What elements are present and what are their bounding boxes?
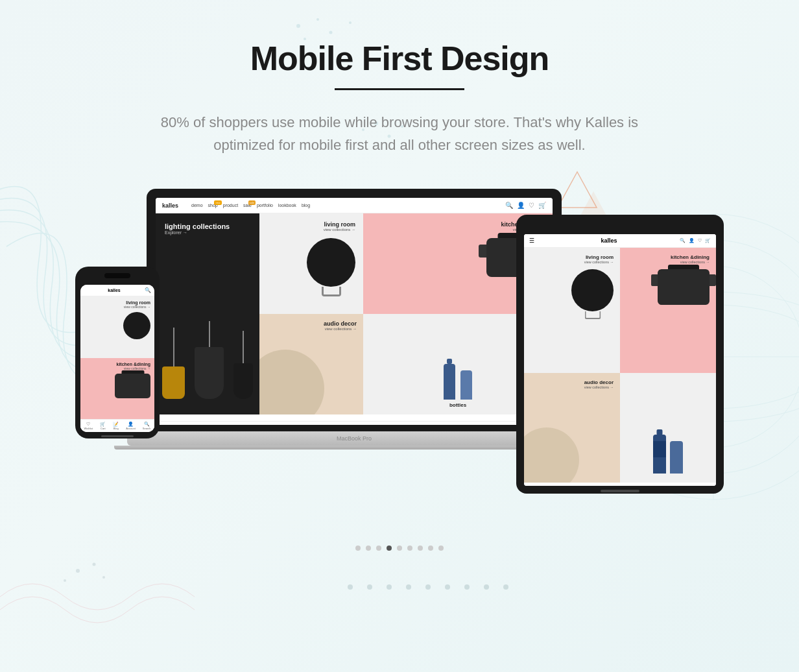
tablet-nav-icons: 🔍 👤 ♡ 🛒 xyxy=(680,238,711,243)
tablet-kitchen-sub: view collections → xyxy=(680,260,710,264)
svg-point-21 xyxy=(445,584,450,590)
laptop-nav-links: demo shop new product sale sale portfoli… xyxy=(191,203,505,208)
tablet-pot xyxy=(658,269,710,305)
laptop-screen-outer: kalles demo shop new product sale sale p… xyxy=(147,189,562,431)
dot-8 xyxy=(428,546,433,551)
phone-logo: kalles xyxy=(84,288,145,293)
bottles-products xyxy=(444,364,472,400)
phone-nav-cart: 🛒 Cart xyxy=(100,422,106,430)
living-room-label: living room xyxy=(324,221,355,228)
lighting-sub: Explorer → xyxy=(165,230,250,235)
tablet-bottle-2 xyxy=(670,441,683,474)
phone-screen: kalles 🔍 living room view collections → xyxy=(80,285,154,432)
phone-nav-wishlist: ♡ Wishlist xyxy=(84,422,93,430)
bottle-1 xyxy=(444,364,455,400)
tablet-home-bar xyxy=(601,490,639,492)
laptop-base xyxy=(127,431,581,446)
svg-point-16 xyxy=(348,584,353,590)
lamp-1 xyxy=(162,328,185,399)
dot-7 xyxy=(418,546,423,551)
phone-living-label: living room xyxy=(126,300,150,305)
pagination-dots xyxy=(355,546,444,551)
tablet-speaker xyxy=(571,269,614,311)
tablet-audio-sub: view collections → xyxy=(584,385,614,389)
svg-point-23 xyxy=(484,584,489,590)
dot-4-active xyxy=(387,546,392,551)
phone-living-sub: view collections → xyxy=(124,305,150,309)
lamp-2 xyxy=(195,321,224,399)
nav-link-sale: sale sale xyxy=(243,203,252,208)
svg-point-17 xyxy=(367,584,372,590)
tablet-screen: ☰ kalles 🔍 👤 ♡ 🛒 xyxy=(524,234,716,486)
nav-link-shop: shop new xyxy=(208,203,218,208)
tablet-audio-label: audio decor xyxy=(584,379,614,385)
living-room-sub: view collections → xyxy=(324,228,355,232)
laptop-device: kalles demo shop new product sale sale p… xyxy=(147,189,562,450)
page-subtitle: 80% of shoppers use mobile while browsin… xyxy=(147,111,652,156)
nav-link-portfolio: portfolio xyxy=(257,203,273,208)
phone-device: kalles 🔍 living room view collections → xyxy=(75,267,160,438)
nav-link-lookbook: lookbook xyxy=(278,203,296,208)
tablet-kitchen-cell: kitchen &dining view collections → xyxy=(620,248,716,373)
tablet-hamburger-icon: ☰ xyxy=(529,237,534,244)
nav-link-blog: blog xyxy=(302,203,310,208)
phone-living-cell: living room view collections → xyxy=(80,296,154,358)
phone-store-ui: kalles 🔍 living room view collections → xyxy=(80,285,154,432)
phone-nav-icons: 🔍 xyxy=(145,287,151,293)
tablet-bottles-cell xyxy=(620,373,716,483)
audio-sub: view collections → xyxy=(325,327,357,331)
svg-point-19 xyxy=(406,584,411,590)
tablet-logo: kalles xyxy=(538,237,680,244)
phone-nav-search: 🔍 Search xyxy=(143,422,151,430)
bottles-label: bottles xyxy=(449,402,466,408)
dot-5 xyxy=(397,546,402,551)
tablet-user-icon: 👤 xyxy=(689,238,695,243)
phone-kitchen-cell: kitchen &dining view collections → xyxy=(80,358,154,420)
laptop-screen-inner: kalles demo shop new product sale sale p… xyxy=(156,198,553,425)
svg-point-22 xyxy=(464,584,470,590)
svg-point-20 xyxy=(425,584,431,590)
phone-grid: living room view collections → kitchen &… xyxy=(80,296,154,419)
lighting-label: lighting collections xyxy=(165,222,250,230)
nav-link-demo: demo xyxy=(191,203,203,208)
lighting-products xyxy=(165,235,250,405)
dot-9 xyxy=(438,546,444,551)
tablet-living-cell: living room view collections → xyxy=(524,248,620,373)
tablet-wishlist-icon: ♡ xyxy=(698,238,702,243)
living-room-cell: living room view collections → xyxy=(259,213,363,314)
phone-search-icon: 🔍 xyxy=(145,287,151,293)
dot-6 xyxy=(407,546,412,551)
tablet-cart-icon: 🛒 xyxy=(705,238,711,243)
tablet-store-ui: ☰ kalles 🔍 👤 ♡ 🛒 xyxy=(524,234,716,486)
title-underline xyxy=(335,88,464,90)
page-title: Mobile First Design xyxy=(250,39,549,78)
tablet-outer: ☰ kalles 🔍 👤 ♡ 🛒 xyxy=(516,215,724,494)
phone-kitchen-label: kitchen &dining xyxy=(117,362,151,366)
phone-home-bar xyxy=(101,435,134,437)
svg-point-18 xyxy=(387,584,392,590)
audio-label: audio decor xyxy=(324,320,357,327)
dot-1 xyxy=(355,546,361,551)
user-icon: 👤 xyxy=(517,202,525,209)
tablet-living-label: living room xyxy=(586,254,614,260)
tablet-kitchen-label: kitchen &dining xyxy=(671,254,710,260)
speaker-product xyxy=(307,238,355,287)
phone-bottom-nav: ♡ Wishlist 🛒 Cart 📝 Blog xyxy=(80,419,154,432)
phone-notch xyxy=(104,273,130,278)
tablet-search-icon: 🔍 xyxy=(680,238,686,243)
tablet-living-sub: view collections → xyxy=(584,260,614,264)
tablet-grid: living room view collections → kitchen &… xyxy=(524,248,716,483)
nav-link-product: product xyxy=(223,203,238,208)
laptop-store-grid: living room view collections → kitchen &… xyxy=(156,213,553,421)
phone-outer: kalles 🔍 living room view collections → xyxy=(75,267,160,438)
laptop-store-logo: kalles xyxy=(162,202,178,209)
lamp-3 xyxy=(233,331,253,399)
phone-nav-account: 👤 Account xyxy=(126,422,135,430)
dot-3 xyxy=(376,546,381,551)
laptop-store-ui: kalles demo shop new product sale sale p… xyxy=(156,198,553,425)
phone-nav-blog: 📝 Blog xyxy=(113,422,119,430)
speaker-bg xyxy=(259,350,324,414)
svg-point-27 xyxy=(64,579,66,582)
phone-nav: kalles 🔍 xyxy=(80,285,154,296)
bottle-2 xyxy=(460,370,472,400)
